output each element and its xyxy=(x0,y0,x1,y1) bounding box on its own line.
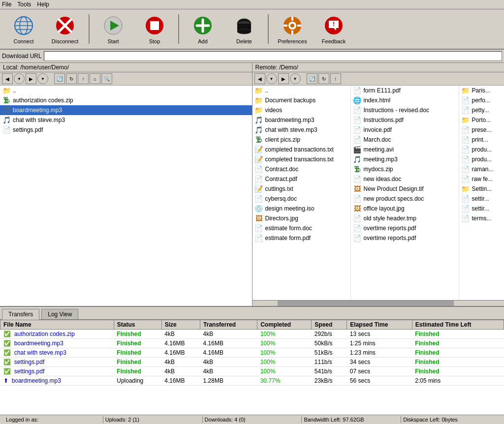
list-item[interactable]: 📄 Instructions.pdf xyxy=(351,115,459,125)
cell-size: 4.16MB xyxy=(161,339,200,348)
list-item[interactable]: 🎬 meeting.avi xyxy=(351,145,459,154)
list-item[interactable]: 📄 settir... xyxy=(459,194,504,204)
list-item[interactable]: 🖼 office layout.jpg xyxy=(351,204,459,213)
url-input[interactable] xyxy=(44,51,502,61)
local-file-parent[interactable]: 📁 .. xyxy=(0,86,252,95)
table-row[interactable]: ✅ settings.pdf Finished 4kB 4kB 100% 541… xyxy=(0,367,504,376)
local-home-button[interactable]: ⌂ xyxy=(90,73,100,84)
cell-status: Finished xyxy=(114,348,161,358)
list-item[interactable]: 🎵 boardmeeting.mp3 xyxy=(0,105,252,115)
list-item[interactable]: 📄 overtime reports.pdf xyxy=(351,233,459,243)
list-item[interactable]: 📄 settir... xyxy=(459,204,504,213)
remote-file-parent[interactable]: 📁 .. xyxy=(252,86,350,95)
local-up-button[interactable]: ↑ xyxy=(78,73,89,84)
list-item[interactable]: 📄 form E111.pdf xyxy=(351,86,459,95)
local-refresh2-button[interactable]: ↻ xyxy=(66,73,77,84)
list-item[interactable]: 📁 Settin... xyxy=(459,184,504,194)
list-item[interactable]: 📁 Paris... xyxy=(459,86,504,95)
list-item[interactable]: 📄 raman... xyxy=(459,164,504,174)
delete-button[interactable]: Delete xyxy=(224,11,264,47)
list-item[interactable]: 🌐 index.html xyxy=(351,95,459,105)
list-item[interactable]: 🎵 chat with steve.mp3 xyxy=(0,115,252,125)
transfer-tabs: Transfers Log View xyxy=(0,307,504,320)
list-item[interactable]: 📝 cuttings.txt xyxy=(252,184,350,194)
remote-back-button[interactable]: ◀ xyxy=(254,73,265,84)
list-item[interactable]: 📄 perfo... xyxy=(459,95,504,105)
list-item[interactable]: 📄 settings.pdf xyxy=(0,125,252,135)
pdf-icon: 📄 xyxy=(353,125,362,134)
list-item[interactable]: 📄 estimate form.doc xyxy=(252,223,350,233)
start-button[interactable]: Start xyxy=(94,11,133,47)
local-back2-button[interactable]: ▼ xyxy=(14,73,25,84)
list-item[interactable]: 📁 Document backups xyxy=(252,95,350,105)
list-item[interactable]: 📝 completed transactions.txt xyxy=(252,154,350,164)
list-item[interactable]: 📄 estimate form.pdf xyxy=(252,233,350,243)
local-forward-button[interactable]: ▶ xyxy=(26,73,36,84)
local-find-button[interactable]: 🔍 xyxy=(101,73,112,84)
table-row[interactable]: ⬆ boardmeeting.mp3 Uploading 4.16MB 1.28… xyxy=(0,376,504,386)
list-item[interactable]: 📝 completed transactions.txt xyxy=(252,145,350,154)
list-item[interactable]: 📄 invoice.pdf xyxy=(351,125,459,135)
list-item[interactable]: 📁 videos xyxy=(252,105,350,115)
local-forward2-button[interactable]: ▼ xyxy=(37,73,48,84)
add-button[interactable]: Add xyxy=(183,11,222,47)
tab-logview[interactable]: Log View xyxy=(41,309,78,319)
remote-forward-button[interactable]: ▶ xyxy=(278,73,289,84)
list-item[interactable]: 📄 new product specs.doc xyxy=(351,194,459,204)
list-item[interactable]: 📄 cybersq.doc xyxy=(252,194,350,204)
stop-button[interactable]: Stop xyxy=(135,11,174,47)
table-row[interactable]: ✅ chat with steve.mp3 Finished 4.16MB 4.… xyxy=(0,348,504,358)
list-item[interactable]: 📄 new ideas.doc xyxy=(351,174,459,184)
menu-help[interactable]: Help xyxy=(37,1,49,8)
list-item[interactable]: 📄 print... xyxy=(459,135,504,145)
list-item[interactable]: 📄 overtime reports.pdf xyxy=(351,223,459,233)
list-item[interactable]: 🎵 boardmeeting.mp3 xyxy=(252,115,350,125)
list-item[interactable]: 📄 Contract.pdf xyxy=(252,174,350,184)
download-icon: ✅ xyxy=(3,359,11,365)
list-item[interactable]: 📄 produ... xyxy=(459,154,504,164)
list-item[interactable]: 📄 old style header.tmp xyxy=(351,213,459,223)
local-refresh-button[interactable]: 🔄 xyxy=(54,73,65,84)
remote-back2-button[interactable]: ▼ xyxy=(266,73,277,84)
feedback-button[interactable]: ! Feedback xyxy=(314,11,353,47)
list-item[interactable]: 📄 Instructions - revised.doc xyxy=(351,105,459,115)
zip-icon: 🗜 xyxy=(353,165,362,174)
list-item[interactable]: 📄 raw fe... xyxy=(459,174,504,184)
svg-rect-11 xyxy=(150,21,159,30)
list-item[interactable]: 📁 Porto... xyxy=(459,115,504,125)
table-row[interactable]: ✅ authorization codes.zip Finished 4kB 4… xyxy=(0,330,504,339)
list-item[interactable]: 🗜 authorization codes.zip xyxy=(0,95,252,105)
tab-transfers[interactable]: Transfers xyxy=(2,309,39,320)
list-item[interactable]: 📄 prese... xyxy=(459,125,504,135)
list-item[interactable]: 🎵 meeting.mp3 xyxy=(351,154,459,164)
connect-button[interactable]: Connect xyxy=(4,11,43,47)
list-item[interactable]: 📄 produ... xyxy=(459,145,504,154)
list-item[interactable]: 📄 petty... xyxy=(459,105,504,115)
remote-forward2-button[interactable]: ▼ xyxy=(290,73,301,84)
disconnect-button[interactable]: Disconnect xyxy=(45,11,85,47)
pdf-icon: 📄 xyxy=(353,86,362,95)
list-item[interactable]: 📄 terms... xyxy=(459,213,504,223)
table-row[interactable]: ✅ settings.pdf Finished 4kB 4kB 100% 111… xyxy=(0,358,504,367)
remote-up-button[interactable]: ↑ xyxy=(330,73,341,84)
preferences-button[interactable]: Preferences xyxy=(273,11,312,47)
list-item[interactable]: 🗜 client pics.zip xyxy=(252,135,350,145)
remote-scrollbar[interactable] xyxy=(252,300,504,306)
list-item[interactable]: 💿 design meeting.iso xyxy=(252,204,350,213)
list-item[interactable]: 🖼 New Product Design.tif xyxy=(351,184,459,194)
pdf-icon: 📄 xyxy=(2,125,11,134)
remote-refresh2-button[interactable]: ↻ xyxy=(318,73,329,84)
remote-file-list: 📁 .. 📁 Document backups 📁 videos 🎵 board… xyxy=(252,86,504,300)
list-item[interactable]: 🗜 mydocs.zip xyxy=(351,164,459,174)
remote-refresh-button[interactable]: 🔄 xyxy=(307,73,317,84)
list-item[interactable]: 📄 Contract.doc xyxy=(252,164,350,174)
col-elapsed: Elapsed Time xyxy=(347,320,412,330)
menu-file[interactable]: File xyxy=(2,1,11,8)
zip-icon: 🗜 xyxy=(2,96,11,105)
list-item[interactable]: 🎵 chat with steve.mp3 xyxy=(252,125,350,135)
list-item[interactable]: 🖼 Directors.jpg xyxy=(252,213,350,223)
list-item[interactable]: 📄 March.doc xyxy=(351,135,459,145)
table-row[interactable]: ✅ boardmeeting.mp3 Finished 4.16MB 4.16M… xyxy=(0,339,504,348)
local-back-button[interactable]: ◀ xyxy=(2,73,13,84)
menu-tools[interactable]: Tools xyxy=(17,1,31,8)
